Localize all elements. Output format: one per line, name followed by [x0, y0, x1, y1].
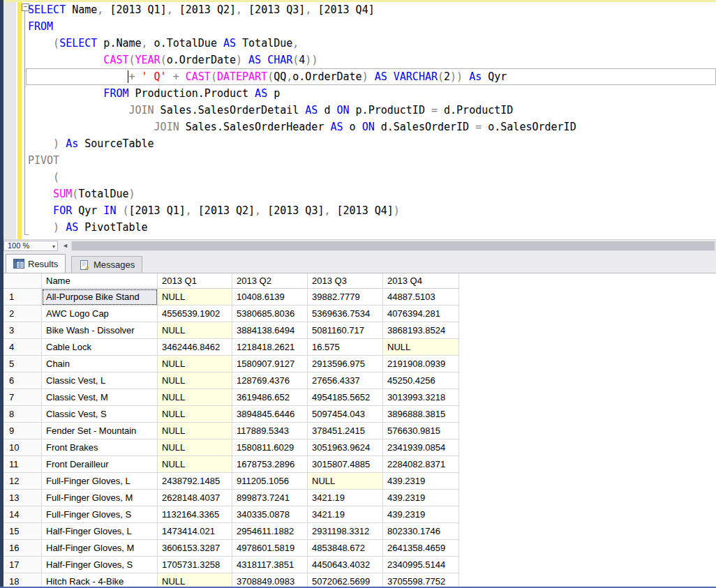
- row-number[interactable]: 11: [3, 456, 42, 473]
- grid-cell[interactable]: Half-Finger Gloves, S: [42, 557, 158, 573]
- grid-cell[interactable]: 2641358.4659: [383, 540, 459, 557]
- row-number[interactable]: 12: [3, 473, 42, 490]
- grid-cell[interactable]: 27656.4337: [308, 372, 383, 389]
- grid-cell[interactable]: 2954611.1882: [232, 523, 308, 540]
- code-line[interactable]: JOIN Sales.SalesOrderDetail AS d ON p.Pr…: [26, 102, 716, 119]
- grid-cell[interactable]: 3868193.8524: [383, 322, 459, 339]
- grid-cell[interactable]: NULL: [158, 573, 232, 588]
- grid-cell[interactable]: 3708849.0983: [232, 573, 308, 588]
- grid-cell[interactable]: AWC Logo Cap: [42, 306, 158, 322]
- grid-cell[interactable]: 44887.5103: [383, 289, 459, 306]
- grid-cell[interactable]: 2341939.0854: [383, 439, 459, 456]
- grid-cell[interactable]: Classic Vest, L: [42, 372, 158, 389]
- grid-cell[interactable]: 3051963.9624: [308, 439, 383, 456]
- grid-cell[interactable]: 2628148.4037: [158, 490, 232, 506]
- grid-cell[interactable]: NULL: [383, 339, 459, 356]
- grid-cell[interactable]: 3894845.6446: [232, 406, 308, 423]
- grid-cell[interactable]: Hitch Rack - 4-Bike: [42, 573, 158, 588]
- code-line[interactable]: SELECT Name, [2013 Q1], [2013 Q2], [2013…: [26, 1, 716, 18]
- grid-cell[interactable]: 5072062.5699: [308, 573, 383, 588]
- column-header[interactable]: 2013 Q1: [158, 273, 232, 289]
- grid-cell[interactable]: NULL: [158, 356, 232, 372]
- row-number[interactable]: 2: [3, 306, 42, 322]
- grid-cell[interactable]: 1580811.6029: [232, 439, 308, 456]
- code-line[interactable]: PIVOT: [26, 152, 716, 169]
- grid-cell[interactable]: 39882.7779: [308, 289, 383, 306]
- grid-cell[interactable]: NULL: [158, 372, 232, 389]
- grid-cell[interactable]: 3896888.3815: [383, 406, 459, 423]
- code-line[interactable]: ) As SourceTable: [26, 135, 716, 152]
- horizontal-scrollbar-track[interactable]: [70, 241, 716, 251]
- column-header[interactable]: 2013 Q3: [308, 273, 383, 289]
- zoom-control[interactable]: 100 % ▾: [3, 241, 58, 251]
- row-number[interactable]: 10: [3, 439, 42, 456]
- grid-cell[interactable]: 439.2319: [383, 490, 459, 506]
- row-number[interactable]: 13: [3, 490, 42, 506]
- grid-cell[interactable]: 2340995.5144: [383, 557, 459, 573]
- row-number[interactable]: 16: [3, 540, 42, 557]
- grid-cell[interactable]: 3705598.7752: [383, 573, 459, 588]
- row-number[interactable]: 1: [3, 289, 42, 306]
- column-header[interactable]: Name: [42, 273, 158, 289]
- grid-cell[interactable]: Front Derailleur: [42, 456, 158, 473]
- column-header[interactable]: 2013 Q4: [383, 273, 459, 289]
- grid-cell[interactable]: 4076394.281: [383, 306, 459, 322]
- grid-cell[interactable]: NULL: [158, 389, 232, 406]
- grid-cell[interactable]: Classic Vest, S: [42, 406, 158, 423]
- grid-cell[interactable]: 3421.19: [308, 506, 383, 523]
- grid-cell[interactable]: 3013993.3218: [383, 389, 459, 406]
- grid-cell[interactable]: Full-Finger Gloves, S: [42, 506, 158, 523]
- grid-cell[interactable]: Half-Finger Gloves, L: [42, 523, 158, 540]
- grid-cell[interactable]: 3606153.3287: [158, 540, 232, 557]
- grid-cell[interactable]: Chain: [42, 356, 158, 372]
- chevron-down-icon[interactable]: ▾: [52, 242, 55, 251]
- grid-cell[interactable]: 3462446.8462: [158, 339, 232, 356]
- grid-cell[interactable]: 4954185.5652: [308, 389, 383, 406]
- grid-cell[interactable]: 1132164.3365: [158, 506, 232, 523]
- code-line[interactable]: (: [26, 169, 716, 186]
- code-line[interactable]: ) AS PivotTable: [26, 219, 716, 236]
- grid-cell[interactable]: 802330.1746: [383, 523, 459, 540]
- grid-cell[interactable]: NULL: [158, 456, 232, 473]
- grid-cell[interactable]: NULL: [158, 322, 232, 339]
- sql-editor-pane[interactable]: − SELECT Name, [2013 Q1], [2013 Q2], [20…: [3, 0, 716, 239]
- row-number[interactable]: 7: [3, 389, 42, 406]
- code-line[interactable]: FROM: [26, 18, 716, 35]
- code-line[interactable]: (SELECT p.Name, o.TotalDue AS TotalDue,: [26, 35, 716, 52]
- grid-cell[interactable]: Front Brakes: [42, 439, 158, 456]
- grid-cell[interactable]: Classic Vest, M: [42, 389, 158, 406]
- code-line[interactable]: SUM(TotalDue): [26, 186, 716, 202]
- row-number[interactable]: 8: [3, 406, 42, 423]
- scroll-left-arrow-icon[interactable]: ◄: [61, 241, 70, 250]
- grid-cell[interactable]: NULL: [158, 423, 232, 439]
- grid-cell[interactable]: Cable Lock: [42, 339, 158, 356]
- grid-cell[interactable]: 1218418.2621: [232, 339, 308, 356]
- sql-code[interactable]: SELECT Name, [2013 Q1], [2013 Q2], [2013…: [26, 1, 716, 236]
- row-number[interactable]: 15: [3, 523, 42, 540]
- grid-cell[interactable]: 4450643.4032: [308, 557, 383, 573]
- grid-cell[interactable]: Half-Finger Gloves, M: [42, 540, 158, 557]
- grid-cell[interactable]: 3421.19: [308, 490, 383, 506]
- grid-cell[interactable]: 5369636.7534: [308, 306, 383, 322]
- grid-cell[interactable]: NULL: [308, 473, 383, 490]
- grid-cell[interactable]: 3619486.652: [232, 389, 308, 406]
- grid-cell[interactable]: 117889.5343: [232, 423, 308, 439]
- grid-cell[interactable]: 5380685.8036: [232, 306, 308, 322]
- grid-cell[interactable]: 576630.9815: [383, 423, 459, 439]
- grid-cell[interactable]: Bike Wash - Dissolver: [42, 322, 158, 339]
- grid-cell[interactable]: 2438792.1485: [158, 473, 232, 490]
- grid-cell[interactable]: 1705731.3258: [158, 557, 232, 573]
- row-number[interactable]: 18: [3, 573, 42, 588]
- grid-cell[interactable]: 4978601.5819: [232, 540, 308, 557]
- tab-results[interactable]: Results: [6, 254, 66, 273]
- row-number[interactable]: 4: [3, 339, 42, 356]
- grid-cell[interactable]: NULL: [158, 406, 232, 423]
- grid-cell[interactable]: 5097454.043: [308, 406, 383, 423]
- grid-cell[interactable]: 4318117.3851: [232, 557, 308, 573]
- row-number[interactable]: 17: [3, 557, 42, 573]
- code-line[interactable]: FOR Qyr IN ([2013 Q1], [2013 Q2], [2013 …: [26, 202, 716, 219]
- grid-cell[interactable]: 10408.6139: [232, 289, 308, 306]
- row-number[interactable]: 6: [3, 372, 42, 389]
- grid-cell[interactable]: Full-Finger Gloves, L: [42, 473, 158, 490]
- grid-cell[interactable]: Fender Set - Mountain: [42, 423, 158, 439]
